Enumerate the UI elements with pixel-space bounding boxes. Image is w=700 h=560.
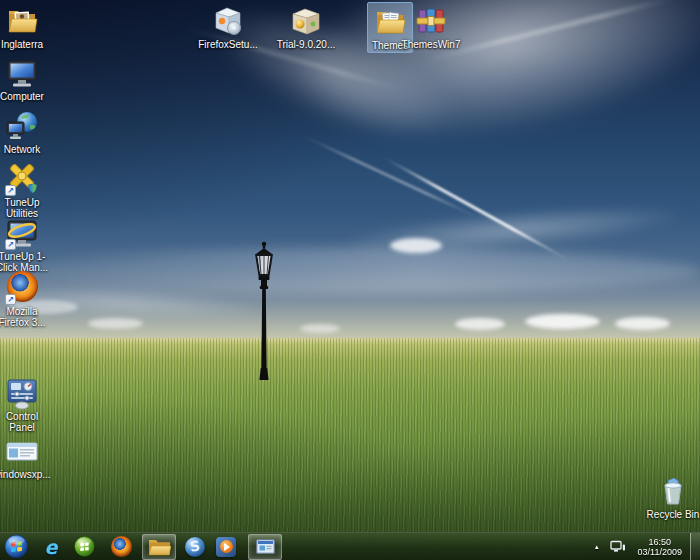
windows-media-player-icon (216, 537, 236, 557)
desktop-icon-label: Mozilla Firefox 3... (0, 306, 51, 328)
desktop-icon-label: windowsxp... (0, 469, 51, 480)
desktop-icon-recycle-bin[interactable]: Recycle Bin (645, 474, 700, 520)
desktop-icon-tuneup-one-click[interactable]: ↗ TuneUp 1-Click Man... (0, 216, 51, 273)
tuneup-one-click-icon: ↗ (5, 216, 39, 250)
desktop-icon-network[interactable]: Network (0, 109, 51, 155)
installer-box-icon (289, 4, 323, 38)
system-tray: ▴ 16:50 03/11/2009 (588, 533, 700, 560)
desktop: Inglaterra Computer Network (0, 0, 700, 560)
system-window-icon (256, 539, 275, 554)
cloud-shape (300, 324, 340, 333)
desktop-icon-computer[interactable]: Computer (0, 56, 51, 102)
cloud-shape (283, 0, 700, 166)
firefox-icon (111, 536, 132, 557)
windows-media-center-icon (74, 536, 95, 557)
desktop-icon-trial-installer[interactable]: Trial-9.0.20... (276, 4, 336, 50)
clock-time: 16:50 (649, 537, 672, 547)
cloud-shape (615, 317, 670, 330)
recycle-bin-icon (656, 474, 690, 508)
taskbar-windows-explorer[interactable] (142, 534, 176, 560)
taskbar-blue-swirl-app[interactable]: S (183, 534, 207, 560)
cloud-shape (344, 197, 681, 262)
desktop-wallpaper-sky (0, 0, 700, 342)
desktop-icon-mozilla-firefox[interactable]: ↗ Mozilla Firefox 3... (0, 270, 51, 328)
desktop-icon-control-panel[interactable]: Control Panel (0, 376, 51, 433)
winrar-archive-icon (414, 4, 448, 38)
internet-explorer-icon: e (45, 536, 58, 558)
contrail-shape (299, 133, 482, 220)
desktop-icon-tuneup-utilities[interactable]: ↗ TuneUp Utilities (0, 162, 51, 219)
cloud-shape (88, 318, 143, 329)
document-preview-icon (5, 434, 39, 468)
desktop-icon-label: Trial-9.0.20... (276, 39, 336, 50)
windows-explorer-icon (148, 537, 171, 556)
blue-swirl-app-icon: S (185, 537, 205, 557)
desktop-wallpaper-field (0, 338, 700, 560)
cloud-shape (525, 314, 600, 329)
taskbar: e S (0, 532, 700, 560)
taskbar-windows-media-player[interactable] (214, 534, 238, 560)
taskbar-internet-explorer[interactable]: e (39, 534, 63, 560)
clock-date: 03/11/2009 (638, 547, 682, 557)
desktop-icon-windowsxp-file[interactable]: windowsxp... (0, 434, 51, 480)
shortcut-arrow-icon: ↗ (5, 185, 16, 196)
shortcut-arrow-icon: ↗ (5, 239, 16, 250)
desktop-icon-label: Control Panel (0, 411, 51, 433)
desktop-icon-themeswin7[interactable]: ThemesWin7 (399, 4, 463, 50)
tuneup-utilities-icon: ↗ (5, 162, 39, 196)
folder-picture-icon (5, 4, 39, 38)
desktop-icon-inglaterra[interactable]: Inglaterra (0, 4, 51, 50)
street-lamp (246, 240, 282, 385)
desktop-icon-label: Network (0, 144, 51, 155)
desktop-icon-label: Computer (0, 91, 51, 102)
cloud-shape (390, 238, 442, 253)
installer-box-cd-icon (211, 4, 245, 38)
taskbar-open-window[interactable] (248, 534, 282, 560)
taskbar-firefox[interactable] (109, 534, 133, 560)
taskbar-media-center[interactable] (72, 534, 96, 560)
network-status-icon[interactable] (606, 540, 630, 554)
desktop-icon-label: Inglaterra (0, 39, 51, 50)
windows-start-orb-icon (4, 534, 29, 559)
taskbar-clock[interactable]: 16:50 03/11/2009 (630, 537, 690, 557)
network-icon (5, 109, 39, 143)
computer-icon (5, 56, 39, 90)
desktop-icon-label: ThemesWin7 (399, 39, 463, 50)
control-panel-icon (5, 376, 39, 410)
firefox-icon: ↗ (5, 271, 39, 305)
cloud-shape (0, 248, 700, 294)
desktop-icon-label: FirefoxSetu... (198, 39, 258, 50)
desktop-icon-label: Recycle Bin (645, 509, 700, 520)
contrail-shape (381, 155, 570, 262)
shortcut-arrow-icon: ↗ (5, 294, 16, 305)
start-button[interactable] (3, 534, 30, 560)
show-hidden-icons-arrow[interactable]: ▴ (588, 543, 606, 551)
show-desktop-button[interactable] (690, 533, 700, 560)
cloud-shape (455, 318, 505, 330)
desktop-icon-firefox-setup[interactable]: FirefoxSetu... (198, 4, 258, 50)
